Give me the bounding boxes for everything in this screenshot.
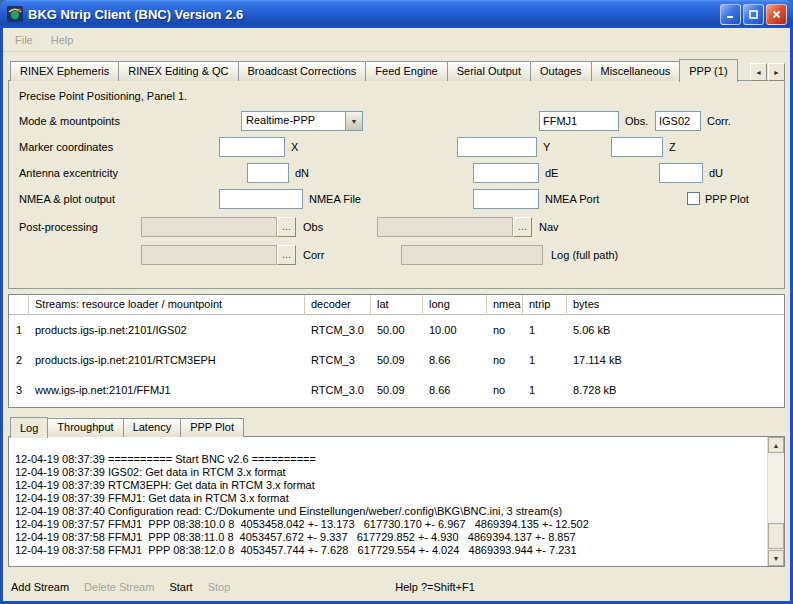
stream-row[interactable]: 2 products.igs-ip.net:2101/RTCM3EPH RTCM… (9, 345, 784, 375)
antenna-du-input[interactable] (659, 163, 703, 183)
start-button[interactable]: Start (169, 581, 192, 593)
row-number: 2 (9, 354, 29, 366)
nmea-file-input[interactable] (219, 189, 303, 209)
marker-z-label: Z (669, 137, 676, 157)
log-line: 12-04-19 08:37:39 ========== Start BNC v… (15, 453, 762, 466)
menu-bar: File Help (3, 28, 790, 52)
tab-ppp-plot[interactable]: PPP Plot (180, 418, 244, 437)
tab-scroll-left-icon[interactable]: ◄ (750, 63, 767, 81)
mountpoint-header: Streams: resource loader / mountpoint (29, 295, 305, 315)
post-obs-field (141, 217, 277, 237)
log-line: 12-04-19 08:37:40 Configuration read: C:… (15, 505, 762, 518)
ntrip-cell: 1 (523, 354, 567, 366)
marker-label: Marker coordinates (19, 137, 113, 157)
tab-miscellaneous[interactable]: Miscellaneous (591, 61, 681, 81)
menu-help[interactable]: Help (42, 31, 83, 49)
maximize-button[interactable] (743, 4, 764, 25)
tab-throughput[interactable]: Throughput (47, 418, 123, 437)
ntrip-cell: 1 (523, 324, 567, 336)
post-processing-row-1: Post-processing ... Obs ... Nav (9, 217, 784, 237)
ppp-plot-checkbox[interactable] (687, 192, 700, 205)
antenna-dn-label: dN (295, 163, 309, 183)
tab-log[interactable]: Log (10, 417, 48, 438)
tab-broadcast-corrections[interactable]: Broadcast Corrections (238, 61, 367, 81)
nmea-cell: no (487, 384, 523, 396)
ntrip-header: ntrip (523, 295, 567, 315)
bytes-cell: 8.728 kB (567, 384, 784, 396)
post-obs-browse-button[interactable]: ... (277, 217, 296, 237)
add-stream-button[interactable]: Add Stream (11, 581, 69, 593)
nmea-port-label: NMEA Port (545, 189, 599, 209)
tab-latency[interactable]: Latency (123, 418, 182, 437)
post-nav-field (377, 217, 513, 237)
ppp-panel: Precise Point Positioning, Panel 1. Mode… (8, 80, 785, 289)
nmea-label: NMEA & plot output (19, 189, 115, 209)
nmea-port-input[interactable] (473, 189, 539, 209)
scroll-up-icon[interactable]: ▲ (768, 437, 784, 453)
antenna-row: Antenna excentricity dN dE dU (9, 163, 784, 183)
ppp-plot-label: PPP Plot (705, 189, 749, 209)
log-scrollbar[interactable]: ▲ ▼ (767, 437, 784, 566)
obs-mountpoint-input[interactable] (539, 111, 619, 131)
tab-feed-engine[interactable]: Feed Engine (365, 61, 447, 81)
post-corr-label: Corr (303, 245, 324, 265)
app-window: BKG Ntrip Client (BNC) Version 2.6 File … (0, 0, 793, 604)
post-log-label: Log (full path) (551, 245, 618, 265)
row-number: 1 (9, 324, 29, 336)
lat-cell: 50.00 (371, 324, 423, 336)
decoder-cell: RTCM_3 (305, 354, 371, 366)
tab-outages[interactable]: Outages (530, 61, 592, 81)
ppp-mode-combobox[interactable]: Realtime-PPP ▼ (241, 111, 363, 131)
corner-header (9, 295, 29, 315)
log-line: 12-04-19 08:37:58 FFMJ1 PPP 08:38:12.0 8… (15, 544, 762, 557)
delete-stream-button[interactable]: Delete Stream (84, 581, 154, 593)
corr-mountpoint-input[interactable] (655, 111, 701, 131)
log-pane: 12-04-19 08:37:39 ========== Start BNC v… (8, 436, 785, 567)
tab-scrollers: ◄ ► (749, 63, 785, 81)
close-button[interactable] (766, 4, 787, 25)
marker-y-input[interactable] (457, 137, 537, 157)
tab-serial-output[interactable]: Serial Output (447, 61, 531, 81)
app-icon (7, 6, 23, 22)
tab-rinex-ephemeris[interactable]: RINEX Ephemeris (10, 61, 119, 81)
mode-row: Mode & mountpoints Realtime-PPP ▼ Obs. C… (9, 111, 784, 131)
stream-row[interactable]: 3 www.igs-ip.net:2101/FFMJ1 RTCM_3.0 50.… (9, 375, 784, 405)
decoder-cell: RTCM_3.0 (305, 324, 371, 336)
scroll-down-icon[interactable]: ▼ (768, 550, 784, 566)
scrollbar-thumb[interactable] (768, 523, 784, 549)
post-processing-row-2: ... Corr Log (full path) (9, 245, 784, 265)
streams-table: Streams: resource loader / mountpoint de… (8, 294, 785, 408)
long-cell: 8.66 (423, 354, 487, 366)
mountpoint-cell: www.igs-ip.net:2101/FFMJ1 (29, 384, 305, 396)
corr-label: Corr. (707, 111, 731, 131)
titlebar-buttons (720, 4, 787, 25)
marker-z-input[interactable] (611, 137, 663, 157)
decoder-header: decoder (305, 295, 371, 315)
marker-x-input[interactable] (219, 137, 285, 157)
tab-ppp-1[interactable]: PPP (1) (679, 59, 737, 82)
tab-rinex-editing-qc[interactable]: RINEX Editing & QC (118, 61, 238, 81)
log-tab-bar: Log Throughput Latency PPP Plot (10, 416, 785, 437)
post-corr-browse-button[interactable]: ... (277, 245, 296, 265)
stream-row[interactable]: 1 products.igs-ip.net:2101/IGS02 RTCM_3.… (9, 315, 784, 345)
obs-label: Obs. (625, 111, 648, 131)
antenna-de-input[interactable] (473, 163, 539, 183)
antenna-dn-input[interactable] (247, 163, 289, 183)
menu-file[interactable]: File (6, 31, 42, 49)
nmea-cell: no (487, 324, 523, 336)
log-line: 12-04-19 08:37:39 IGS02: Get data in RTC… (15, 466, 762, 479)
decoder-cell: RTCM_3.0 (305, 384, 371, 396)
stop-button[interactable]: Stop (208, 581, 231, 593)
post-nav-browse-button[interactable]: ... (513, 217, 532, 237)
row-number: 3 (9, 384, 29, 396)
combo-dropdown-icon: ▼ (345, 112, 362, 130)
tab-scroll-right-icon[interactable]: ► (768, 63, 785, 81)
bytes-header: bytes (567, 295, 784, 315)
lat-cell: 50.09 (371, 354, 423, 366)
bytes-cell: 17.114 kB (567, 354, 784, 366)
window-title: BKG Ntrip Client (BNC) Version 2.6 (28, 7, 720, 22)
minimize-button[interactable] (720, 4, 741, 25)
help-hint: Help ?=Shift+F1 (395, 581, 475, 593)
marker-x-label: X (291, 137, 298, 157)
titlebar[interactable]: BKG Ntrip Client (BNC) Version 2.6 (0, 0, 793, 28)
